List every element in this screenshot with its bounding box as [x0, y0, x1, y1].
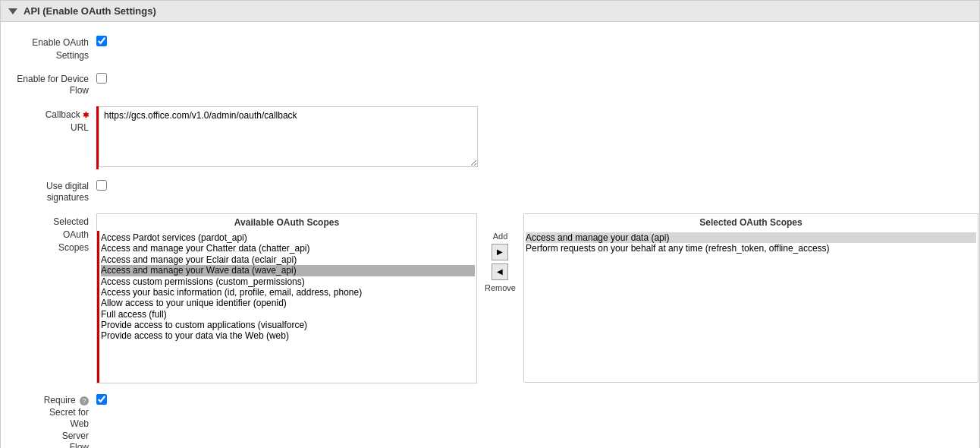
device-flow-row: Enable for Device Flow	[1, 67, 979, 102]
enable-oauth-row: Enable OAuth Settings	[1, 30, 979, 67]
callback-url-row: Callback ✱ URL https://gcs.office.com/v1…	[1, 102, 979, 174]
require-secret-label: Require ? Secret for Web Server Flow	[13, 393, 96, 448]
scopes-section: Selected OAuth Scopes Available OAuth Sc…	[1, 209, 979, 388]
remove-label: Remove	[485, 283, 516, 292]
scopes-label: Selected OAuth Scopes	[13, 213, 96, 254]
add-button[interactable]: ▶	[492, 244, 508, 260]
collapse-icon[interactable]	[8, 8, 17, 14]
enable-oauth-label: Enable OAuth Settings	[13, 34, 96, 62]
device-flow-control	[96, 71, 967, 84]
require-secret-control	[96, 393, 967, 405]
digital-signatures-row: Use digital signatures	[1, 174, 979, 209]
add-label: Add	[493, 232, 508, 241]
required-indicator: ✱	[83, 111, 89, 119]
digital-signatures-label: Use digital signatures	[13, 178, 96, 204]
selected-scopes-container: Selected OAuth Scopes Access and manage …	[523, 213, 978, 383]
digital-signatures-checkbox[interactable]	[96, 180, 107, 191]
device-flow-label: Enable for Device Flow	[13, 71, 96, 97]
callback-url-label: Callback ✱ URL	[13, 106, 96, 134]
callback-url-border: https://gcs.office.com/v1.0/admin/oauth/…	[96, 106, 478, 169]
device-flow-checkbox[interactable]	[96, 73, 107, 84]
require-secret-row: Require ? Secret for Web Server Flow	[1, 388, 979, 448]
selected-scopes-header: Selected OAuth Scopes	[523, 213, 978, 231]
enable-oauth-checkbox[interactable]	[96, 36, 107, 46]
callback-url-control: https://gcs.office.com/v1.0/admin/oauth/…	[96, 106, 967, 169]
remove-button[interactable]: ◀	[492, 263, 508, 280]
enable-oauth-control	[96, 34, 967, 46]
callback-url-textarea[interactable]: https://gcs.office.com/v1.0/admin/oauth/…	[99, 106, 478, 167]
scopes-content: Available OAuth Scopes Access Pardot ser…	[96, 213, 978, 383]
require-secret-checkbox[interactable]	[96, 394, 107, 405]
require-secret-help-icon[interactable]: ?	[80, 396, 89, 405]
section-header[interactable]: API (Enable OAuth Settings)	[0, 0, 980, 22]
selected-scopes-list[interactable]: Access and manage your data (api)Perform…	[523, 231, 978, 383]
available-scopes-container: Available OAuth Scopes Access Pardot ser…	[96, 213, 477, 383]
add-remove-buttons: Add ▶ ◀ Remove	[480, 213, 520, 292]
available-scopes-list[interactable]: Access Pardot services (pardot_api)Acces…	[99, 231, 476, 383]
section-body: Enable OAuth Settings Enable for Device …	[0, 22, 980, 448]
digital-signatures-control	[96, 178, 967, 191]
available-scopes-header: Available OAuth Scopes	[96, 213, 477, 231]
section-title: API (Enable OAuth Settings)	[24, 5, 156, 17]
